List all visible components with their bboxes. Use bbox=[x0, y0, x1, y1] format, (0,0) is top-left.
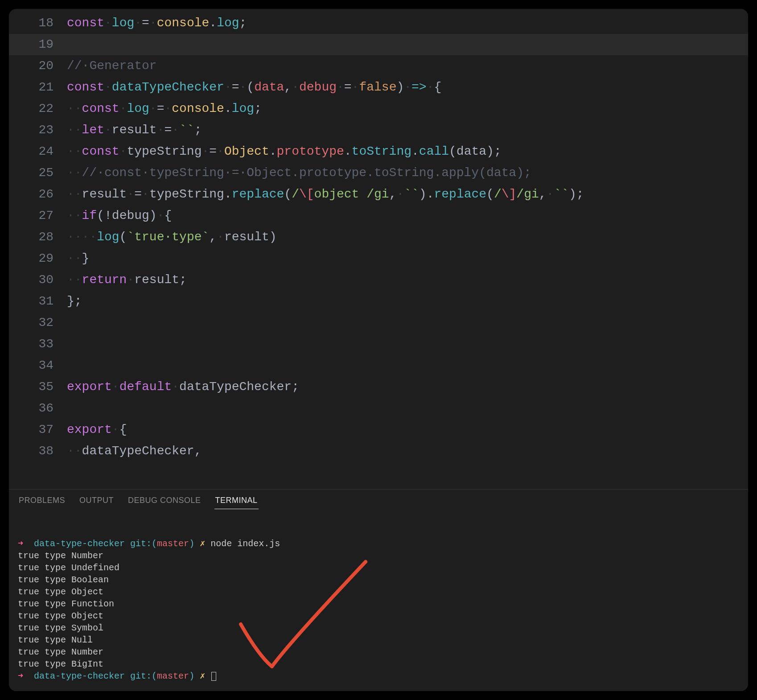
terminal-line: true type Number bbox=[18, 646, 739, 658]
terminal-line: true type Function bbox=[18, 598, 739, 610]
code-line[interactable]: 36 bbox=[9, 398, 748, 419]
line-number: 27 bbox=[9, 205, 67, 226]
code-line[interactable]: 27··if(!debug)·{ bbox=[9, 205, 748, 226]
line-number: 19 bbox=[9, 34, 67, 55]
code-line[interactable]: 23··let·result·=·``; bbox=[9, 119, 748, 141]
line-number: 26 bbox=[9, 184, 67, 205]
terminal-line: true type Symbol bbox=[18, 622, 739, 634]
line-content[interactable]: const·dataTypeChecker·=·(data,·debug·=·f… bbox=[67, 77, 748, 98]
code-editor[interactable]: 18const·log·=·console.log;1920//·Generat… bbox=[9, 9, 748, 489]
line-content[interactable]: ··} bbox=[67, 248, 748, 269]
line-content[interactable]: ····log(`true·type`,·result) bbox=[67, 226, 748, 248]
line-number: 33 bbox=[9, 334, 67, 355]
code-line[interactable]: 19 bbox=[9, 34, 748, 55]
line-number: 20 bbox=[9, 55, 67, 77]
terminal-line: true type BigInt bbox=[18, 658, 739, 670]
terminal-line: true type Object bbox=[18, 586, 739, 598]
line-number: 32 bbox=[9, 312, 67, 334]
terminal-line: true type Boolean bbox=[18, 574, 739, 586]
code-line[interactable]: 31}; bbox=[9, 291, 748, 312]
code-line[interactable]: 33 bbox=[9, 334, 748, 355]
line-number: 34 bbox=[9, 355, 67, 376]
code-line[interactable]: 29··} bbox=[9, 248, 748, 269]
code-line[interactable]: 35export·default·dataTypeChecker; bbox=[9, 376, 748, 398]
line-content[interactable]: }; bbox=[67, 291, 748, 312]
line-number: 37 bbox=[9, 419, 67, 441]
line-content[interactable]: export·default·dataTypeChecker; bbox=[67, 376, 748, 398]
code-line[interactable]: 26··result·=·typeString.replace(/\[objec… bbox=[9, 184, 748, 205]
panel-tab-terminal[interactable]: TERMINAL bbox=[214, 494, 259, 509]
code-line[interactable]: 18const·log·=·console.log; bbox=[9, 12, 748, 34]
panel-tab-output[interactable]: OUTPUT bbox=[78, 494, 115, 509]
line-number: 30 bbox=[9, 269, 67, 291]
line-number: 31 bbox=[9, 291, 67, 312]
code-line[interactable]: 34 bbox=[9, 355, 748, 376]
code-line[interactable]: 28····log(`true·type`,·result) bbox=[9, 226, 748, 248]
terminal-line: true type Object bbox=[18, 610, 739, 622]
line-number: 23 bbox=[9, 119, 67, 141]
line-number: 35 bbox=[9, 376, 67, 398]
panel-tab-debug-console[interactable]: DEBUG CONSOLE bbox=[127, 494, 202, 509]
line-content[interactable]: ··dataTypeChecker, bbox=[67, 441, 748, 462]
panel-tab-problems[interactable]: PROBLEMS bbox=[18, 494, 66, 509]
line-content[interactable]: ··const·log·=·console.log; bbox=[67, 98, 748, 119]
editor-window: 18const·log·=·console.log;1920//·Generat… bbox=[9, 9, 748, 691]
terminal-output[interactable]: ➜ data-type-checker git:(master) ✗ node … bbox=[9, 512, 748, 691]
line-content[interactable]: ··return·result; bbox=[67, 269, 748, 291]
line-content[interactable]: ··let·result·=·``; bbox=[67, 119, 748, 141]
terminal-prompt: ➜ data-type-checker git:(master) ✗ bbox=[18, 670, 739, 682]
line-content[interactable]: ··const·typeString·=·Object.prototype.to… bbox=[67, 141, 748, 162]
line-number: 29 bbox=[9, 248, 67, 269]
line-number: 38 bbox=[9, 441, 67, 462]
line-number: 24 bbox=[9, 141, 67, 162]
line-content[interactable]: ··//·const·typeString·=·Object.prototype… bbox=[67, 162, 748, 184]
code-line[interactable]: 20//·Generator bbox=[9, 55, 748, 77]
terminal-line: true type Undefined bbox=[18, 562, 739, 574]
terminal-cursor bbox=[211, 672, 216, 681]
line-content[interactable]: ··if(!debug)·{ bbox=[67, 205, 748, 226]
line-content[interactable]: export·{ bbox=[67, 419, 748, 441]
panel-tab-bar: PROBLEMSOUTPUTDEBUG CONSOLETERMINAL bbox=[9, 490, 748, 512]
line-number: 22 bbox=[9, 98, 67, 119]
code-line[interactable]: 21const·dataTypeChecker·=·(data,·debug·=… bbox=[9, 77, 748, 98]
line-number: 25 bbox=[9, 162, 67, 184]
terminal-prompt: ➜ data-type-checker git:(master) ✗ node … bbox=[18, 538, 739, 550]
line-number: 21 bbox=[9, 77, 67, 98]
line-number: 28 bbox=[9, 226, 67, 248]
line-number: 18 bbox=[9, 12, 67, 34]
terminal-line: true type Null bbox=[18, 634, 739, 646]
code-line[interactable]: 24··const·typeString·=·Object.prototype.… bbox=[9, 141, 748, 162]
code-line[interactable]: 38··dataTypeChecker, bbox=[9, 441, 748, 462]
code-line[interactable]: 37export·{ bbox=[9, 419, 748, 441]
line-content[interactable]: //·Generator bbox=[67, 55, 748, 77]
terminal-command: node index.js bbox=[210, 539, 280, 549]
code-line[interactable]: 32 bbox=[9, 312, 748, 334]
code-line[interactable]: 22··const·log·=·console.log; bbox=[9, 98, 748, 119]
terminal-line: true type Number bbox=[18, 550, 739, 562]
line-number: 36 bbox=[9, 398, 67, 419]
bottom-panel: PROBLEMSOUTPUTDEBUG CONSOLETERMINAL ➜ da… bbox=[9, 489, 748, 691]
line-content[interactable]: ··result·=·typeString.replace(/\[object … bbox=[67, 184, 748, 205]
line-content[interactable]: const·log·=·console.log; bbox=[67, 12, 748, 34]
code-line[interactable]: 30··return·result; bbox=[9, 269, 748, 291]
code-line[interactable]: 25··//·const·typeString·=·Object.prototy… bbox=[9, 162, 748, 184]
